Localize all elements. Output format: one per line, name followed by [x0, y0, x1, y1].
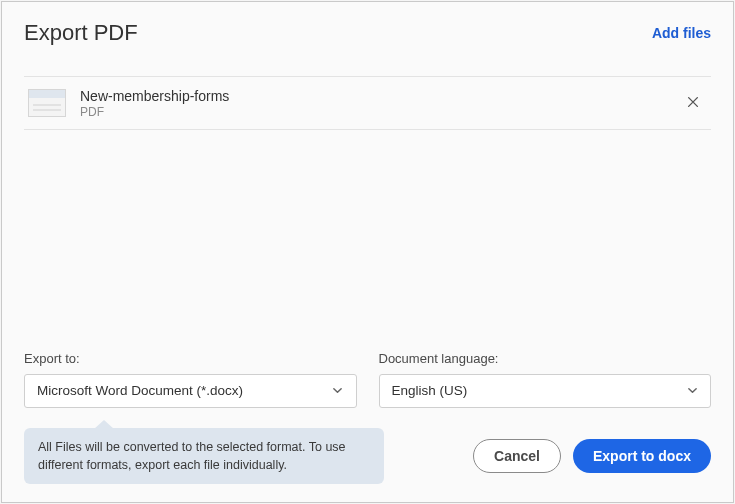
- export-button[interactable]: Export to docx: [573, 439, 711, 473]
- format-tip-tooltip: All Files will be converted to the selec…: [24, 428, 384, 484]
- export-pdf-dialog: Export PDF Add files New-membership-form…: [1, 1, 734, 503]
- export-to-group: Export to: Microsoft Word Document (*.do…: [24, 351, 357, 408]
- button-group: Cancel Export to docx: [473, 439, 711, 473]
- language-label: Document language:: [379, 351, 712, 366]
- file-info: New-membership-forms PDF: [80, 87, 679, 119]
- controls-row: Export to: Microsoft Word Document (*.do…: [2, 351, 733, 408]
- language-value: English (US): [392, 383, 468, 398]
- file-list: New-membership-forms PDF: [24, 76, 711, 130]
- file-thumbnail-icon: [28, 89, 66, 117]
- add-files-link[interactable]: Add files: [652, 25, 711, 41]
- dialog-title: Export PDF: [24, 20, 138, 46]
- dialog-header: Export PDF Add files: [2, 2, 733, 54]
- chevron-down-icon: [332, 385, 344, 397]
- export-to-value: Microsoft Word Document (*.docx): [37, 383, 243, 398]
- export-to-select[interactable]: Microsoft Word Document (*.docx): [24, 374, 357, 408]
- file-type: PDF: [80, 105, 679, 119]
- remove-file-button[interactable]: [679, 89, 707, 117]
- cancel-button[interactable]: Cancel: [473, 439, 561, 473]
- export-to-label: Export to:: [24, 351, 357, 366]
- bottom-row: All Files will be converted to the selec…: [2, 418, 733, 502]
- language-select[interactable]: English (US): [379, 374, 712, 408]
- file-row: New-membership-forms PDF: [24, 77, 711, 129]
- language-group: Document language: English (US): [379, 351, 712, 408]
- file-name: New-membership-forms: [80, 87, 679, 105]
- spacer: [2, 130, 733, 351]
- chevron-down-icon: [686, 385, 698, 397]
- close-icon: [686, 93, 700, 114]
